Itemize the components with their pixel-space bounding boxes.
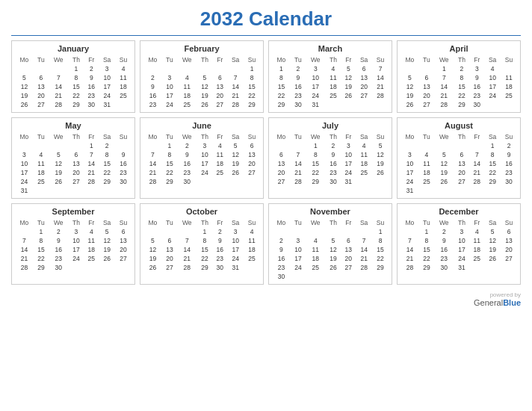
day-cell: 6 bbox=[68, 150, 84, 159]
day-cell: 22 bbox=[306, 168, 325, 177]
day-cell bbox=[34, 141, 49, 150]
day-cell: 23 bbox=[291, 91, 306, 100]
day-cell: 11 bbox=[177, 82, 197, 91]
weekday-header: Mo bbox=[143, 218, 162, 227]
day-cell: 7 bbox=[291, 150, 306, 159]
week-row: 6789101112 bbox=[272, 150, 389, 159]
weekday-header: Th bbox=[454, 218, 469, 227]
weekday-header: Tu bbox=[162, 55, 177, 64]
day-cell: 20 bbox=[454, 168, 469, 177]
day-cell: 9 bbox=[84, 73, 99, 82]
week-row: 19202122232425 bbox=[143, 254, 260, 263]
day-cell bbox=[34, 64, 49, 73]
day-cell: 25 bbox=[177, 100, 197, 109]
day-cell: 27 bbox=[212, 100, 227, 109]
day-cell: 2 bbox=[177, 141, 197, 150]
day-cell: 11 bbox=[469, 236, 484, 245]
day-cell: 16 bbox=[469, 82, 484, 91]
day-cell: 15 bbox=[306, 159, 325, 168]
day-cell: 21 bbox=[177, 254, 197, 263]
day-cell: 3 bbox=[227, 227, 244, 236]
day-cell bbox=[68, 186, 84, 195]
day-cell bbox=[372, 272, 389, 281]
day-cell: 29 bbox=[34, 263, 49, 272]
day-cell: 24 bbox=[99, 91, 115, 100]
day-cell: 27 bbox=[454, 177, 469, 186]
week-row: 1 bbox=[272, 227, 389, 236]
weekday-header: Th bbox=[454, 55, 469, 64]
day-cell: 28 bbox=[49, 100, 68, 109]
weekday-header: Sa bbox=[356, 55, 372, 64]
day-cell: 26 bbox=[99, 254, 115, 263]
day-cell: 11 bbox=[212, 150, 227, 159]
week-row: 3456789 bbox=[15, 150, 132, 159]
day-cell bbox=[15, 64, 34, 73]
day-cell: 26 bbox=[49, 177, 68, 186]
month-title-march: March bbox=[272, 44, 389, 53]
week-row: 14151617181920 bbox=[143, 159, 260, 168]
month-block-december: DecemberMoTuWeThFrSaSu123456789101112131… bbox=[397, 203, 521, 285]
day-cell bbox=[325, 100, 341, 109]
day-cell bbox=[306, 272, 325, 281]
day-cell: 26 bbox=[484, 254, 501, 263]
day-cell: 13 bbox=[501, 236, 517, 245]
day-cell: 3 bbox=[454, 227, 469, 236]
day-cell: 3 bbox=[306, 64, 325, 73]
day-cell: 6 bbox=[212, 73, 227, 82]
day-cell: 14 bbox=[400, 245, 419, 254]
day-cell bbox=[291, 141, 306, 150]
day-cell: 4 bbox=[244, 227, 260, 236]
day-cell: 23 bbox=[115, 168, 132, 177]
day-cell: 30 bbox=[212, 263, 227, 272]
day-cell: 6 bbox=[419, 73, 434, 82]
day-cell: 10 bbox=[99, 73, 115, 82]
day-cell: 8 bbox=[484, 150, 501, 159]
weekday-header: Tu bbox=[419, 218, 434, 227]
day-cell: 4 bbox=[356, 141, 372, 150]
week-row: 262728293031 bbox=[15, 100, 132, 109]
day-cell: 28 bbox=[291, 177, 306, 186]
day-cell: 1 bbox=[434, 64, 454, 73]
month-block-march: MarchMoTuWeThFrSaSu123456789101112131415… bbox=[268, 40, 392, 113]
week-row: 891011121314 bbox=[272, 73, 389, 82]
day-cell: 25 bbox=[501, 91, 517, 100]
weekday-header: Mo bbox=[143, 132, 162, 141]
month-table: MoTuWeThFrSaSu12345678910111213141516171… bbox=[15, 55, 132, 109]
day-cell: 24 bbox=[291, 263, 306, 272]
day-cell: 18 bbox=[325, 82, 341, 91]
day-cell: 18 bbox=[177, 91, 197, 100]
day-cell: 1 bbox=[244, 64, 260, 73]
day-cell: 29 bbox=[197, 263, 212, 272]
day-cell: 10 bbox=[484, 73, 501, 82]
day-cell bbox=[244, 263, 260, 272]
day-cell: 26 bbox=[197, 100, 212, 109]
day-cell: 21 bbox=[434, 91, 454, 100]
week-row: 567891011 bbox=[143, 236, 260, 245]
month-block-september: SeptemberMoTuWeThFrSaSu12345678910111213… bbox=[11, 203, 135, 285]
day-cell bbox=[15, 227, 34, 236]
month-block-may: MayMoTuWeThFrSaSu12345678910111213141516… bbox=[11, 117, 135, 199]
day-cell: 16 bbox=[325, 159, 341, 168]
day-cell: 29 bbox=[454, 100, 469, 109]
day-cell: 4 bbox=[306, 236, 325, 245]
day-cell: 15 bbox=[99, 159, 115, 168]
weekday-header: Fr bbox=[212, 132, 227, 141]
day-cell: 2 bbox=[454, 64, 469, 73]
day-cell: 28 bbox=[177, 263, 197, 272]
day-cell bbox=[501, 64, 517, 73]
week-row: 10111213141516 bbox=[15, 159, 132, 168]
day-cell: 29 bbox=[419, 263, 434, 272]
day-cell: 13 bbox=[356, 73, 372, 82]
weekday-header: Fr bbox=[341, 218, 356, 227]
day-cell: 2 bbox=[143, 73, 162, 82]
day-cell: 28 bbox=[400, 263, 419, 272]
weekday-header: Th bbox=[197, 55, 212, 64]
day-cell: 22 bbox=[419, 254, 434, 263]
day-cell: 21 bbox=[356, 254, 372, 263]
month-block-june: JuneMoTuWeThFrSaSu1234567891011121314151… bbox=[140, 117, 264, 199]
month-table: MoTuWeThFrSaSu12345678910111213141516171… bbox=[272, 55, 389, 109]
day-cell bbox=[115, 263, 132, 272]
day-cell: 3 bbox=[341, 141, 356, 150]
day-cell: 18 bbox=[34, 168, 49, 177]
day-cell: 19 bbox=[99, 245, 115, 254]
